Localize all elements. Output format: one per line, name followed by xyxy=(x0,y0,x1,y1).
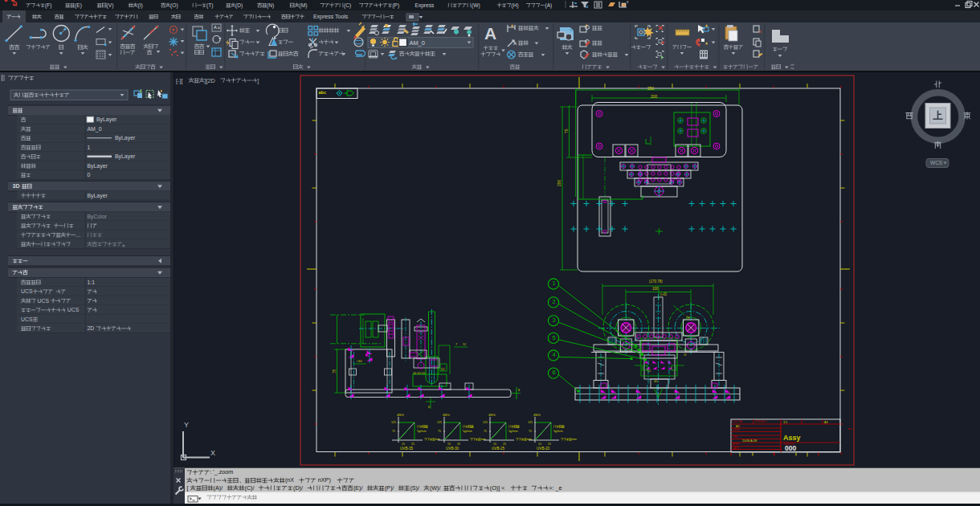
svg-text:125: 125 xyxy=(483,421,488,424)
svg-text:(N): (N) xyxy=(267,2,274,9)
svg-text:L2: L2 xyxy=(647,369,651,373)
svg-text:AM_0: AM_0 xyxy=(410,39,425,47)
svg-text:4WG: 4WG xyxy=(443,414,450,417)
svg-text:ByLayer: ByLayer xyxy=(88,163,108,169)
svg-text:DATE: DATE xyxy=(733,447,738,450)
svg-text:(C): (C) xyxy=(344,2,351,9)
svg-text:1/1: 1/1 xyxy=(783,421,787,424)
svg-text:: '_.zoom: : '_.zoom xyxy=(210,468,233,475)
svg-text:(M): (M) xyxy=(300,2,308,9)
svg-text:4WG: 4WG xyxy=(488,414,496,417)
svg-text:6: 6 xyxy=(552,369,555,376)
svg-text:>: _e: >: _e xyxy=(549,484,561,492)
svg-text:5g/mm: 5g/mm xyxy=(417,430,427,433)
svg-text:]: ] xyxy=(257,77,259,84)
svg-text:A3: A3 xyxy=(824,421,828,424)
svg-text:ByLayer: ByLayer xyxy=(115,153,136,160)
svg-text:15: 15 xyxy=(447,443,451,446)
svg-text:25: 25 xyxy=(457,443,460,446)
svg-text:UCS: UCS xyxy=(36,298,51,304)
svg-text:UVB-35: UVB-35 xyxy=(400,447,414,451)
svg-text:40: 40 xyxy=(654,379,658,383)
svg-text:2: 2 xyxy=(552,298,555,305)
svg-text:Express: Express xyxy=(415,2,435,9)
svg-text:ByLayer: ByLayer xyxy=(88,193,108,199)
svg-text:000: 000 xyxy=(785,444,796,452)
svg-text:25: 25 xyxy=(503,443,506,446)
svg-text:ByLayer: ByLayer xyxy=(115,135,136,141)
svg-text:DSGN: DSGN xyxy=(733,428,739,431)
svg-text:WCS: WCS xyxy=(930,160,943,165)
svg-text:1: 1 xyxy=(88,145,91,150)
svg-text:1g: 1g xyxy=(686,315,689,319)
svg-text:ByColor: ByColor xyxy=(88,214,108,220)
svg-text:A: A xyxy=(484,24,496,43)
svg-text:(E)/: (E)/ xyxy=(353,484,363,492)
svg-text:200: 200 xyxy=(651,94,658,99)
svg-text:(≈0): (≈0) xyxy=(660,292,667,296)
svg-text:4: 4 xyxy=(552,351,555,358)
svg-text:UCS: UCS xyxy=(66,307,80,312)
svg-text:10 10 10: 10 10 10 xyxy=(413,372,425,375)
svg-text:AM_0: AM_0 xyxy=(88,126,102,133)
svg-text:Express Tools: Express Tools xyxy=(313,14,349,20)
svg-text:(P)/: (P)/ xyxy=(385,484,394,492)
svg-text:125: 125 xyxy=(528,421,533,424)
svg-text:250: 250 xyxy=(557,179,561,186)
svg-text:UVB-30: UVB-30 xyxy=(446,447,459,451)
svg-text:75: 75 xyxy=(484,430,487,433)
svg-text:(D)/: (D)/ xyxy=(293,484,303,492)
svg-text:(170.78): (170.78) xyxy=(649,280,663,284)
svg-text:3D: 3D xyxy=(13,183,22,190)
svg-text:X: X xyxy=(210,449,215,457)
svg-text:mm: mm xyxy=(481,438,486,441)
svg-text:75: 75 xyxy=(564,129,569,133)
svg-text:(A): (A) xyxy=(545,2,553,9)
svg-text:[: [ xyxy=(187,484,189,492)
svg-text:2D: 2D xyxy=(88,325,96,331)
svg-text:PROJECT: PROJECT xyxy=(755,420,767,423)
svg-text:125: 125 xyxy=(391,421,396,424)
svg-text:(O)] <: (O)] < xyxy=(490,484,505,492)
svg-text:APPR: APPR xyxy=(733,443,739,446)
svg-text:(W)/: (W)/ xyxy=(430,484,441,492)
svg-text:(S)/: (S)/ xyxy=(410,484,419,492)
svg-text:UVB-20: UVB-20 xyxy=(537,447,550,451)
svg-text:[-][: [-][ xyxy=(176,77,183,84)
svg-text:TOYOTA: TOYOTA xyxy=(732,420,743,423)
svg-text:75: 75 xyxy=(438,430,441,433)
svg-text:25: 25 xyxy=(548,443,551,446)
svg-text:...: ... xyxy=(76,232,80,238)
svg-text:4WG: 4WG xyxy=(533,414,541,417)
svg-text:Assy: Assy xyxy=(783,434,801,442)
svg-text:52: 52 xyxy=(441,367,445,371)
svg-text:5g/mm: 5g/mm xyxy=(508,430,518,433)
svg-text:5g/mm: 5g/mm xyxy=(463,430,472,433)
svg-text:(C)/: (C)/ xyxy=(245,484,255,492)
svg-text:(W): (W) xyxy=(472,2,480,9)
svg-text:0: 0 xyxy=(88,172,91,178)
svg-text:3: 3 xyxy=(552,316,555,324)
svg-text:1:1: 1:1 xyxy=(88,280,96,285)
svg-text:#40: #40 xyxy=(357,359,362,363)
svg-text:15: 15 xyxy=(538,443,541,446)
svg-text:100: 100 xyxy=(652,287,659,291)
svg-text:(O): (O) xyxy=(170,2,178,9)
svg-text:(P): (P) xyxy=(392,2,399,9)
svg-text:(A)/: (A)/ xyxy=(214,484,223,492)
svg-text:A: A xyxy=(513,41,517,46)
svg-text:15: 15 xyxy=(493,443,496,446)
svg-text:2008.A.08: 2008.A.08 xyxy=(742,439,757,443)
svg-text:(H): (H) xyxy=(512,2,519,9)
svg-text:(T): (T) xyxy=(206,2,213,9)
svg-text:(nX: (nX xyxy=(285,476,296,484)
svg-text:250: 250 xyxy=(647,86,655,91)
svg-text:mm: mm xyxy=(435,438,440,441)
svg-text:UVB-25: UVB-25 xyxy=(492,447,505,451)
svg-text:(E): (E) xyxy=(75,2,82,9)
svg-text:mm: mm xyxy=(572,438,577,441)
svg-text:abc: abc xyxy=(319,90,326,95)
svg-text:12: 12 xyxy=(463,343,466,346)
svg-text:][2D: ][2D xyxy=(205,77,217,84)
svg-text:UCS: UCS xyxy=(21,316,34,322)
